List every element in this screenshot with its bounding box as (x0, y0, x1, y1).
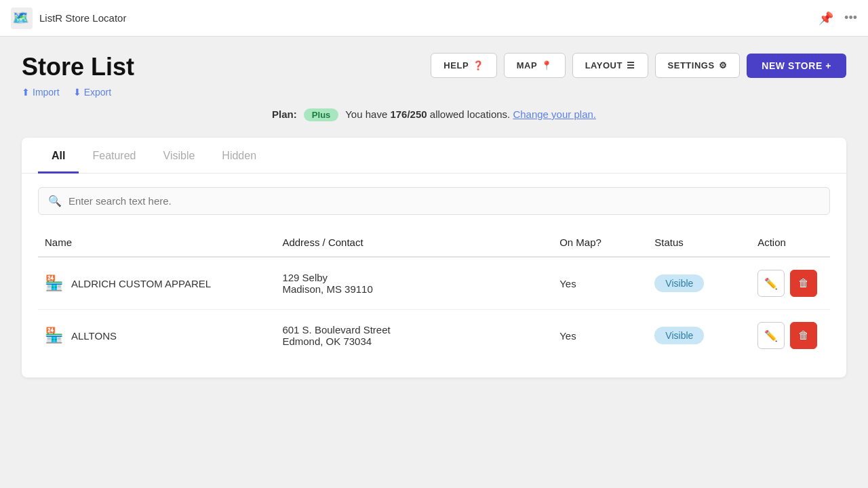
tab-hidden[interactable]: Hidden (208, 138, 270, 174)
store-action-cell-0: ✏️ 🗑 (751, 257, 830, 310)
plan-badge: Plus (304, 108, 338, 121)
store-onmap-0: Yes (559, 278, 576, 289)
settings-button[interactable]: SETTINGS ⚙ (655, 53, 741, 78)
page-header-left: Store List ⬆ Import ⬇ Export (22, 53, 134, 98)
plan-count: 176/250 (390, 108, 427, 120)
map-icon: 📍 (541, 60, 553, 70)
layout-label: LAYOUT (585, 60, 623, 70)
import-link[interactable]: ⬆ Import (22, 87, 60, 98)
layout-icon: ☰ (627, 60, 635, 70)
store-address1-0: 129 Selby (282, 272, 546, 283)
table-row: 🏪 ALDRICH CUSTOM APPAREL 129 Selby Madis… (38, 257, 830, 310)
table-row: 🏪 ALLTONS 601 S. Boulevard Street Edmond… (38, 310, 830, 362)
map-label: MAP (517, 60, 537, 70)
page-header: Store List ⬆ Import ⬇ Export HELP ❓ MAP … (22, 53, 846, 98)
store-icon-1: 🏪 (45, 327, 63, 344)
help-button[interactable]: HELP ❓ (431, 53, 496, 78)
plan-bar: Plan: Plus You have 176/250 allowed loca… (22, 108, 846, 121)
tab-featured[interactable]: Featured (79, 138, 149, 174)
status-badge-1: Visible (654, 327, 704, 344)
store-onmap-cell-0: Yes (553, 257, 648, 310)
search-input[interactable] (68, 195, 820, 207)
tab-bar: All Featured Visible Hidden (22, 138, 846, 174)
store-onmap-1: Yes (559, 330, 576, 342)
store-status-cell-0: Visible (648, 257, 751, 310)
map-button[interactable]: MAP 📍 (504, 53, 566, 78)
delete-button-1[interactable]: 🗑 (790, 322, 817, 349)
export-icon: ⬇ (73, 87, 81, 98)
edit-button-0[interactable]: ✏️ (757, 270, 785, 297)
app-icon: 🗺️ (11, 7, 33, 29)
settings-icon: ⚙ (719, 60, 728, 70)
store-table-container: Name Address / Contact On Map? Status Ac… (22, 228, 846, 378)
change-plan-link[interactable]: Change your plan. (513, 108, 596, 120)
more-options-icon[interactable]: ••• (844, 11, 857, 25)
col-header-address: Address / Contact (275, 228, 553, 257)
store-action-cell-1: ✏️ 🗑 (751, 310, 830, 362)
tab-all[interactable]: All (38, 138, 79, 174)
top-bar-right: 📌 ••• (818, 11, 857, 26)
col-header-status: Status (648, 228, 751, 257)
table-body: 🏪 ALDRICH CUSTOM APPAREL 129 Selby Madis… (38, 257, 830, 361)
search-box: 🔍 (38, 187, 830, 215)
store-name-cell-0: 🏪 ALDRICH CUSTOM APPAREL (38, 257, 275, 310)
store-onmap-cell-1: Yes (553, 310, 648, 362)
delete-button-0[interactable]: 🗑 (790, 270, 817, 297)
help-icon: ❓ (473, 60, 484, 70)
search-icon: 🔍 (48, 195, 62, 207)
page-links: ⬆ Import ⬇ Export (22, 87, 134, 98)
tab-visible[interactable]: Visible (150, 138, 209, 174)
toolbar-buttons: HELP ❓ MAP 📍 LAYOUT ☰ SETTINGS ⚙ NEW STO… (431, 53, 846, 78)
store-address-cell-1: 601 S. Boulevard Street Edmond, OK 73034 (275, 310, 553, 362)
table-header: Name Address / Contact On Map? Status Ac… (38, 228, 830, 257)
plan-description-suffix: allowed locations. (430, 108, 510, 120)
export-link[interactable]: ⬇ Export (73, 87, 111, 98)
store-address-cell-0: 129 Selby Madison, MS 39110 (275, 257, 553, 310)
store-status-cell-1: Visible (648, 310, 751, 362)
search-container: 🔍 (22, 174, 846, 228)
page-title: Store List (22, 53, 134, 81)
store-address2-1: Edmond, OK 73034 (282, 336, 546, 347)
plan-description-prefix: You have (345, 108, 390, 120)
col-header-action: Action (751, 228, 830, 257)
store-table: Name Address / Contact On Map? Status Ac… (38, 228, 830, 361)
edit-button-1[interactable]: ✏️ (757, 322, 785, 349)
store-name-cell-1: 🏪 ALLTONS (38, 310, 275, 362)
store-name-1: ALLTONS (71, 330, 117, 342)
top-bar-left: 🗺️ ListR Store Locator (11, 7, 126, 29)
pin-icon[interactable]: 📌 (818, 11, 833, 26)
app-title: ListR Store Locator (39, 12, 126, 24)
top-bar: 🗺️ ListR Store Locator 📌 ••• (0, 0, 868, 37)
store-list-card: All Featured Visible Hidden 🔍 Name Addre… (22, 138, 846, 378)
new-store-label: NEW STORE + (762, 60, 831, 71)
main-content: Store List ⬆ Import ⬇ Export HELP ❓ MAP … (0, 37, 868, 394)
svg-text:🗺️: 🗺️ (12, 9, 29, 26)
plan-label: Plan: (272, 108, 297, 120)
help-label: HELP (443, 60, 469, 70)
import-icon: ⬆ (22, 87, 30, 98)
store-icon-0: 🏪 (45, 274, 63, 292)
store-address2-0: Madison, MS 39110 (282, 283, 546, 295)
store-name-0: ALDRICH CUSTOM APPAREL (71, 278, 211, 289)
store-address1-1: 601 S. Boulevard Street (282, 324, 546, 336)
layout-button[interactable]: LAYOUT ☰ (572, 53, 648, 78)
new-store-button[interactable]: NEW STORE + (747, 54, 846, 78)
col-header-name: Name (38, 228, 275, 257)
status-badge-0: Visible (654, 274, 704, 292)
settings-label: SETTINGS (668, 60, 715, 70)
col-header-onmap: On Map? (553, 228, 648, 257)
